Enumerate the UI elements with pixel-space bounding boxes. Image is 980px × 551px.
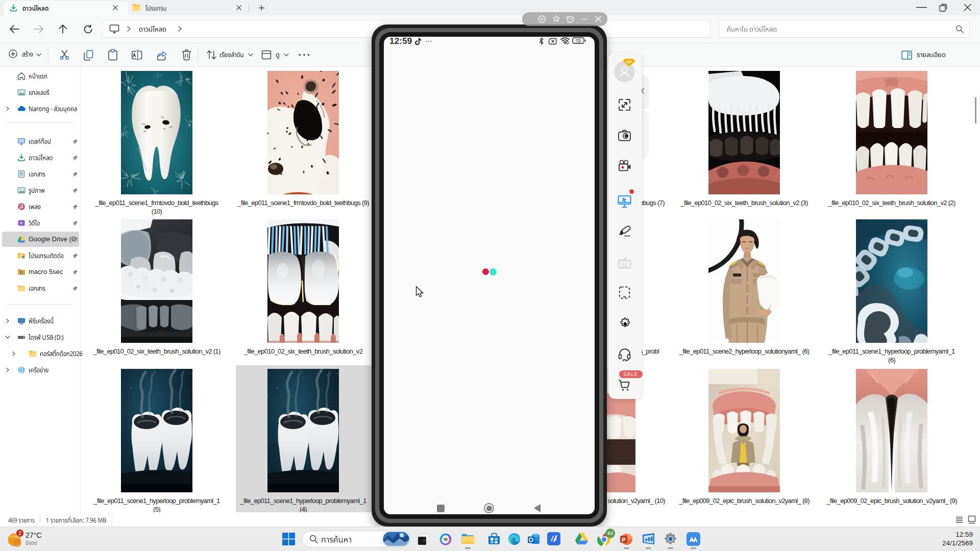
svg-text:n: n [570,17,572,21]
svg-text:P: P [622,537,625,543]
svg-text:VIP: VIP [626,60,632,64]
svg-text:72: 72 [576,38,581,43]
